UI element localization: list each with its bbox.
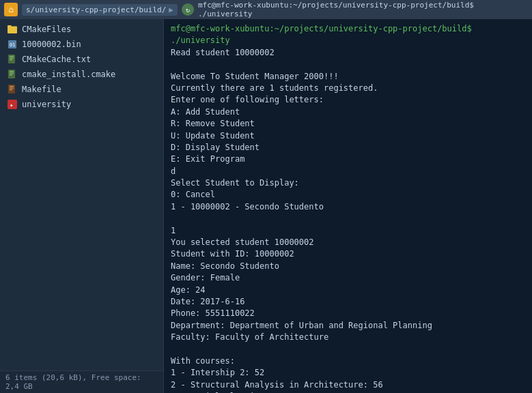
terminal-line: 1 - 10000002 - Secondo Studento [171, 201, 525, 213]
svg-text:✦: ✦ [10, 102, 14, 108]
terminal-line: 1 [171, 225, 525, 237]
svg-rect-2 [8, 55, 15, 63]
terminal-line: Currently there are 1 students registere… [171, 83, 525, 94]
file-name: CMakeFiles [22, 25, 71, 34]
terminal-line: A: Add Student [171, 106, 525, 118]
sidebar: CMakeFiles0110000002.binCMakeCache.txtcm… [0, 19, 164, 393]
terminal-line: Name: Secondo Studento [171, 261, 525, 272]
terminal-line: Gender: Female [171, 272, 525, 284]
file-list: CMakeFiles0110000002.binCMakeCache.txtcm… [0, 19, 163, 370]
svg-rect-9 [10, 74, 12, 75]
file-item-cmakecache-txt[interactable]: CMakeCache.txt [0, 52, 163, 67]
terminal-line: R: Remove Student [171, 118, 525, 130]
bin-icon: 01 [7, 39, 18, 50]
svg-rect-6 [8, 70, 15, 78]
terminal-line: Welcome To Student Manager 2000!!! [171, 71, 525, 83]
makefile-icon [7, 84, 18, 95]
svg-rect-13 [10, 89, 12, 90]
svg-rect-7 [10, 71, 14, 72]
svg-rect-12 [10, 88, 14, 89]
terminal-line: Enter one of following letters: [171, 94, 525, 106]
file-item-makefile[interactable]: Makefile [0, 82, 163, 97]
terminal-line: d [171, 166, 525, 177]
svg-rect-8 [10, 73, 14, 74]
titlebar: ⌂ s/university-cpp-project/build/ ▶ ↻ mf… [0, 0, 532, 19]
terminal-line: You selected student 10000002 [171, 237, 525, 248]
terminal-line: 0: Cancel [171, 189, 525, 201]
terminal-line [171, 344, 525, 355]
cmake-icon [7, 69, 18, 80]
exec-icon: ✦ [7, 99, 18, 110]
path-breadcrumb[interactable]: s/university-cpp-project/build/ ▶ [22, 4, 178, 16]
file-item-cmakefiles[interactable]: CMakeFiles [0, 22, 163, 37]
terminal-line: Department: Department of Urban and Regi… [171, 320, 525, 332]
terminal-line: Date: 2017-6-16 [171, 296, 525, 308]
terminal-line: D: Display Student [171, 142, 525, 154]
folder-icon [7, 24, 18, 35]
terminal-title-path: mfc@mfc-work-xubuntu:~/projects/universi… [198, 1, 528, 18]
terminal-line: U: Update Student [171, 130, 525, 142]
terminal-line: Age: 24 [171, 285, 525, 296]
svg-rect-4 [10, 58, 14, 59]
terminal-line: 2 - Structural Analysis in Architecture:… [171, 379, 525, 391]
terminal-line: E: Exit Program [171, 154, 525, 165]
file-name: 10000002.bin [22, 40, 81, 49]
go-button[interactable]: ↻ [182, 3, 194, 16]
status-text: 6 items (20,6 kB), Free space: 2,4 GB [5, 373, 141, 391]
path-text: s/university-cpp-project/build/ [26, 5, 166, 14]
status-bar: 6 items (20,6 kB), Free space: 2,4 GB [0, 370, 163, 393]
terminal-prompt: mfc@mfc-work-xubuntu:~/projects/universi… [171, 24, 472, 45]
file-name: Makefile [22, 85, 61, 94]
path-arrow: ▶ [169, 5, 173, 14]
main-area: CMakeFiles0110000002.binCMakeCache.txtcm… [0, 19, 532, 393]
file-name: university [22, 100, 71, 109]
terminal-line: 1 - Intership 2: 52 [171, 367, 525, 379]
terminal-line [171, 59, 525, 70]
home-icon[interactable]: ⌂ [4, 3, 18, 16]
file-name: cmake_install.cmake [22, 70, 115, 79]
terminal-line: Phone: 5551110022 [171, 308, 525, 319]
file-name: CMakeCache.txt [22, 55, 91, 64]
file-item-university[interactable]: ✦university [0, 97, 163, 112]
terminal-line: Select Student to Display: [171, 177, 525, 189]
cmake-icon [7, 54, 18, 65]
terminal[interactable]: mfc@mfc-work-xubuntu:~/projects/universi… [164, 19, 532, 393]
terminal-prompt-line: mfc@mfc-work-xubuntu:~/projects/universi… [171, 23, 525, 47]
terminal-line [171, 213, 525, 224]
svg-rect-10 [8, 85, 15, 93]
file-item-cmake-install-cmake[interactable]: cmake_install.cmake [0, 67, 163, 82]
terminal-line: Student with ID: 10000002 [171, 248, 525, 260]
svg-rect-3 [10, 56, 14, 57]
svg-rect-11 [10, 86, 14, 87]
terminal-line: Read student 10000002 [171, 47, 525, 59]
file-item-10000002-bin[interactable]: 0110000002.bin [0, 37, 163, 52]
terminal-line: With courses: [171, 355, 525, 367]
svg-text:01: 01 [10, 42, 15, 48]
terminal-line: Faculty: Faculty of Architecture [171, 332, 525, 343]
svg-rect-5 [10, 59, 12, 60]
